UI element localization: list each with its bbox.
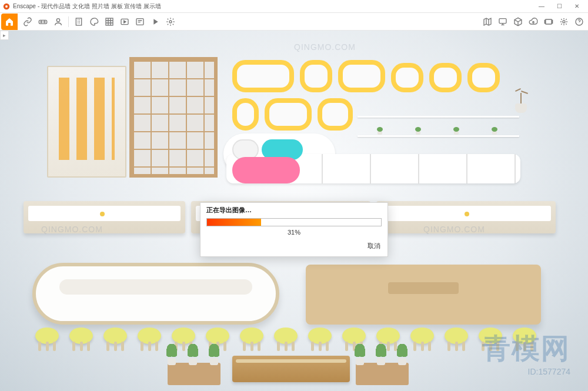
app-icon	[2, 2, 11, 11]
stool	[308, 327, 332, 351]
yellow-frame	[318, 98, 353, 131]
tray-pink	[232, 157, 300, 183]
yellow-frame	[232, 98, 259, 131]
document-title: 现代作品墙 文化墙 照片墙 展板 宣传墙 展示墙	[41, 2, 533, 11]
stool	[240, 327, 263, 351]
stool	[513, 327, 536, 351]
yellow-frame	[265, 98, 312, 131]
shelf-line	[358, 116, 519, 118]
cloud-upload-icon[interactable]	[526, 15, 540, 29]
svg-point-4	[44, 21, 45, 23]
svg-point-1	[5, 5, 8, 8]
cube-icon[interactable]	[511, 15, 525, 29]
display-icon[interactable]	[496, 15, 510, 29]
map-icon[interactable]	[480, 15, 495, 29]
home-button[interactable]	[1, 14, 18, 30]
mini-plant	[415, 126, 422, 135]
maximize-button[interactable]: ☐	[550, 1, 568, 12]
yellow-frame	[300, 60, 332, 92]
person-icon[interactable]	[51, 15, 65, 29]
dialog-footer: 取消	[201, 239, 387, 256]
yellow-frame	[467, 63, 500, 92]
low-bench	[24, 201, 185, 233]
help-icon[interactable]	[572, 15, 586, 29]
rect-table	[306, 265, 541, 325]
mini-plant	[376, 126, 383, 135]
shelf-line	[358, 135, 519, 137]
planter-left	[162, 338, 226, 385]
yellow-frame	[232, 60, 294, 92]
grid-icon[interactable]	[102, 15, 116, 29]
yellow-frame	[338, 60, 385, 92]
svg-rect-13	[544, 20, 545, 23]
progress-bar-fill	[207, 219, 261, 226]
vr-glasses-icon[interactable]	[36, 15, 50, 29]
link-icon[interactable]	[21, 15, 35, 29]
building-icon[interactable]	[72, 15, 86, 29]
media-icon[interactable]	[118, 15, 132, 29]
low-bench	[376, 201, 556, 233]
shelf-grid	[129, 57, 218, 178]
yellow-frame	[391, 63, 423, 92]
svg-point-5	[56, 18, 59, 21]
progress-percent-label: 31%	[201, 228, 387, 239]
dialog-title: 正在导出图像…	[201, 203, 387, 215]
progress-bar	[206, 218, 382, 226]
cabinet-wheat	[47, 66, 126, 178]
main-toolbar	[0, 13, 588, 31]
planter-right	[350, 338, 415, 385]
minimize-button[interactable]: —	[533, 1, 550, 12]
svg-rect-12	[546, 19, 552, 24]
burst-icon[interactable]	[557, 15, 571, 29]
svg-point-3	[41, 21, 42, 23]
vase-branch	[513, 89, 529, 113]
mini-plant	[491, 126, 498, 135]
render-viewport[interactable]: ▸	[0, 31, 588, 391]
window-controls: — ☐ ✕	[533, 1, 586, 12]
stool	[138, 327, 161, 351]
stool	[274, 327, 298, 351]
yellow-frame	[429, 63, 462, 92]
gear-icon[interactable]	[163, 15, 178, 29]
stool	[35, 327, 59, 351]
slides-icon[interactable]	[542, 15, 556, 29]
stool	[445, 327, 468, 351]
svg-rect-6	[76, 18, 81, 25]
stool	[103, 327, 127, 351]
svg-rect-14	[552, 20, 552, 23]
title-separator: -	[38, 3, 39, 9]
stool	[479, 327, 502, 351]
stool	[69, 327, 93, 351]
app-name: Enscape	[13, 3, 36, 9]
close-button[interactable]: ✕	[568, 1, 586, 12]
svg-rect-11	[499, 18, 506, 23]
toolbar-separator	[68, 16, 69, 27]
mini-plant	[453, 126, 460, 135]
cancel-button[interactable]: 取消	[368, 242, 380, 250]
svg-point-15	[563, 21, 565, 23]
center-rail	[232, 356, 350, 382]
export-progress-dialog: 正在导出图像… 31% 取消	[200, 202, 388, 257]
window-titlebar: Enscape - 现代作品墙 文化墙 照片墙 展板 宣传墙 展示墙 — ☐ ✕	[0, 0, 588, 13]
svg-rect-7	[106, 18, 113, 25]
svg-point-10	[169, 21, 172, 23]
panel-settings-icon[interactable]	[133, 15, 147, 29]
oval-table	[32, 263, 279, 325]
palette-icon[interactable]	[87, 15, 101, 29]
play-icon[interactable]	[148, 15, 162, 29]
